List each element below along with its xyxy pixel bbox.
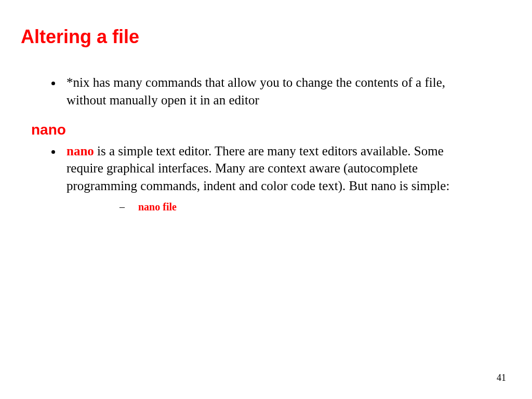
nano-keyword: nano xyxy=(66,144,94,158)
nano-description-text: is a simple text editor. There are many … xyxy=(66,144,449,193)
slide-title: Altering a file xyxy=(21,26,511,48)
nano-bullet-list: nano is a simple text editor. There are … xyxy=(21,142,511,214)
nano-subheading: nano xyxy=(31,122,511,138)
intro-bullet: *nix has many commands that allow you to… xyxy=(62,74,511,109)
nano-description-bullet: nano is a simple text editor. There are … xyxy=(62,142,511,214)
nano-command-item: nano file xyxy=(134,200,480,214)
page-number: 41 xyxy=(497,373,506,383)
intro-bullet-list: *nix has many commands that allow you to… xyxy=(21,74,511,109)
nano-command-list: nano file xyxy=(66,200,480,214)
